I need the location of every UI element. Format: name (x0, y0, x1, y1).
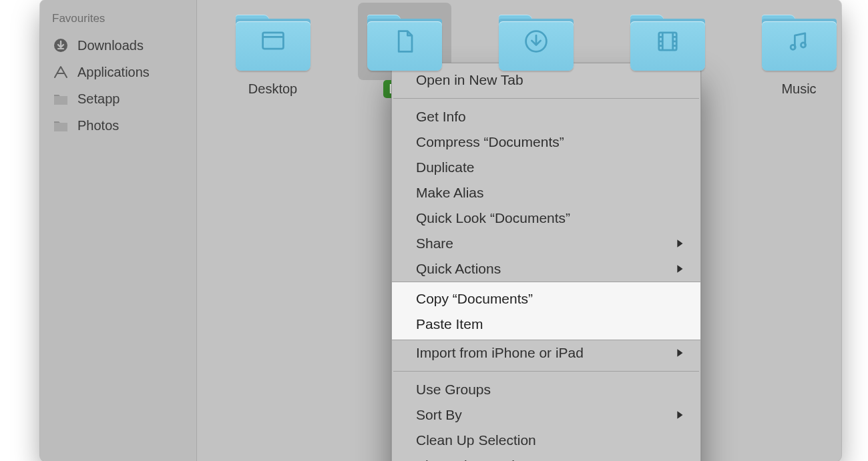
sidebar-item-downloads[interactable]: Downloads (40, 32, 196, 59)
desktop-glyph-icon (233, 8, 313, 75)
svg-rect-3 (262, 33, 283, 49)
menu-item-label: Quick Look “Documents” (416, 210, 570, 225)
menu-item-show-view-options[interactable]: Show View Options (392, 453, 700, 461)
menu-item-clean-up-selection[interactable]: Clean Up Selection (392, 428, 700, 453)
menu-item-share[interactable]: Share (392, 231, 700, 256)
menu-section: Use Groups Sort By Clean Up Selection Sh… (392, 377, 700, 461)
menu-section: Import from iPhone or iPad (392, 340, 700, 366)
menu-item-label: Paste Item (416, 316, 483, 332)
download-circle-icon (52, 37, 69, 54)
folder-icon (233, 8, 313, 75)
menu-item-get-info[interactable]: Get Info (392, 104, 700, 129)
menu-item-label: Sort By (416, 407, 462, 422)
sidebar-item-label: Downloads (77, 38, 144, 53)
menu-item-use-groups[interactable]: Use Groups (392, 377, 700, 402)
context-menu: Open in New Tab Get Info Compress “Docum… (391, 63, 701, 461)
menu-item-copy[interactable]: Copy “Documents” (392, 286, 700, 312)
svg-point-15 (791, 45, 795, 49)
menu-item-duplicate[interactable]: Duplicate (392, 155, 700, 180)
submenu-arrow-icon (676, 348, 684, 358)
menu-item-label: Copy “Documents” (416, 291, 533, 306)
menu-item-label: Share (416, 236, 453, 251)
sidebar-item-label: Photos (77, 118, 119, 133)
menu-divider (393, 98, 699, 99)
menu-item-label: Make Alias (416, 185, 484, 200)
sidebar-item-setapp[interactable]: Setapp (40, 85, 196, 112)
folder-music[interactable]: Music (756, 8, 841, 98)
music-glyph-icon (759, 8, 839, 75)
menu-item-label: Use Groups (416, 382, 491, 397)
menu-item-paste[interactable]: Paste Item (392, 312, 700, 337)
sidebar-item-applications[interactable]: Applications (40, 59, 196, 85)
folder-generic-icon (52, 90, 69, 107)
menu-item-import-iphone-ipad[interactable]: Import from iPhone or iPad (392, 340, 700, 366)
menu-section: Get Info Compress “Documents” Duplicate … (392, 104, 700, 282)
svg-point-16 (801, 43, 805, 47)
sidebar: Favourites Downloads Applications Setapp (40, 0, 197, 461)
menu-section-highlighted: Copy “Documents” Paste Item (392, 282, 700, 340)
movies-glyph-icon (628, 8, 708, 75)
submenu-arrow-icon (676, 239, 684, 248)
sidebar-heading-favourites: Favourites (40, 9, 196, 32)
menu-item-label: Duplicate (416, 159, 475, 175)
menu-item-label: Get Info (416, 109, 466, 124)
sidebar-item-photos[interactable]: Photos (40, 112, 196, 139)
menu-item-make-alias[interactable]: Make Alias (392, 180, 700, 205)
sidebar-item-label: Applications (77, 65, 150, 80)
menu-item-label: Compress “Documents” (416, 134, 564, 149)
menu-divider (393, 371, 699, 372)
submenu-arrow-icon (676, 264, 684, 274)
sidebar-item-label: Setapp (77, 91, 120, 107)
menu-item-label: Quick Actions (416, 261, 501, 276)
menu-item-sort-by[interactable]: Sort By (392, 402, 700, 428)
folder-icon (628, 8, 708, 75)
submenu-arrow-icon (676, 410, 684, 420)
menu-item-label: Show View Options (416, 458, 537, 461)
folder-icon (759, 8, 839, 75)
folder-icon (496, 8, 576, 75)
menu-item-label: Clean Up Selection (416, 432, 536, 448)
folder-desktop[interactable]: Desktop (230, 8, 315, 98)
menu-item-quick-look[interactable]: Quick Look “Documents” (392, 205, 700, 231)
folder-label: Music (776, 80, 821, 98)
folder-icon (365, 8, 445, 75)
applications-icon (52, 63, 69, 81)
download-glyph-icon (496, 8, 576, 75)
folder-label: Desktop (243, 80, 302, 98)
document-glyph-icon (365, 8, 445, 75)
menu-item-compress[interactable]: Compress “Documents” (392, 129, 700, 155)
folder-generic-icon (52, 117, 69, 134)
menu-item-quick-actions[interactable]: Quick Actions (392, 256, 700, 282)
menu-item-label: Import from iPhone or iPad (416, 345, 584, 360)
